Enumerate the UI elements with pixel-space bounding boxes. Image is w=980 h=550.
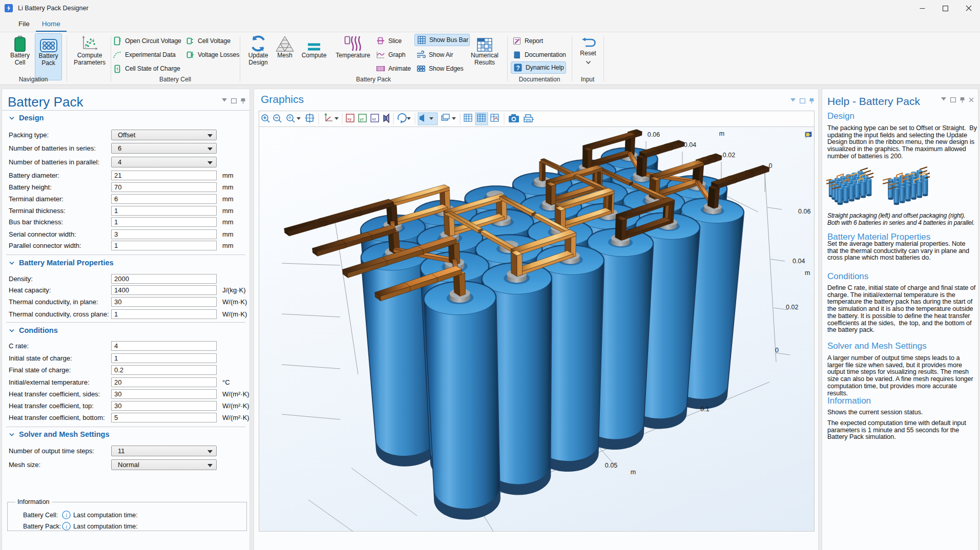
svg-text:m: m xyxy=(719,130,724,137)
svg-text:?: ? xyxy=(516,65,519,72)
svg-text:m: m xyxy=(805,269,810,277)
svg-text:0: 0 xyxy=(775,347,779,354)
svg-text:i: i xyxy=(66,512,67,518)
svg-text:yz: yz xyxy=(360,117,364,121)
svg-text:0.04: 0.04 xyxy=(793,258,805,265)
svg-text:0.02: 0.02 xyxy=(723,152,735,159)
svg-text:0: 0 xyxy=(490,531,493,532)
svg-text:0.06: 0.06 xyxy=(798,208,810,215)
svg-text:0.1: 0.1 xyxy=(700,406,709,413)
svg-text:0.06: 0.06 xyxy=(648,131,660,138)
svg-text:m: m xyxy=(631,469,636,476)
svg-text:i: i xyxy=(66,523,67,530)
svg-text:0.04: 0.04 xyxy=(684,141,696,149)
svg-text:xy: xy xyxy=(347,117,351,121)
svg-text:xz: xz xyxy=(372,117,376,121)
svg-text:0.05: 0.05 xyxy=(605,462,617,469)
svg-text:0: 0 xyxy=(769,162,773,170)
svg-text:0.02: 0.02 xyxy=(786,304,798,311)
